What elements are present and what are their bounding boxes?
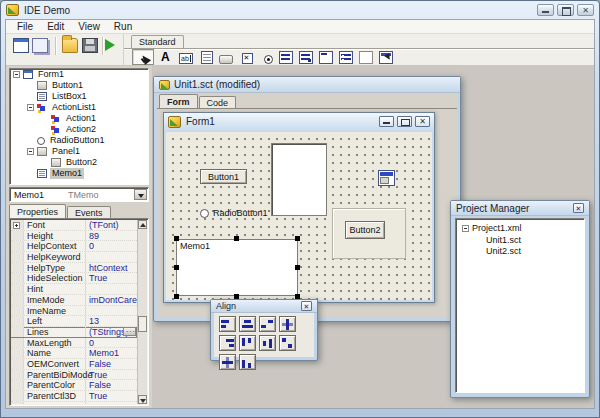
property-value[interactable]: htContext [89,263,128,274]
form-design-surface[interactable]: Button1 RadioButton1 Button2 [166,132,432,300]
property-value[interactable]: False [89,380,111,391]
menu-item[interactable]: Edit [40,20,71,33]
tree-item[interactable]: Button1 [10,80,148,91]
selection-handle[interactable] [174,265,179,270]
align-button[interactable] [239,335,256,351]
property-row[interactable]: Font (TFont) [11,220,137,231]
tree-expander-icon[interactable] [27,104,34,111]
scroll-up-icon[interactable] [138,220,147,229]
align-button[interactable] [239,316,256,332]
align-button[interactable] [219,316,236,332]
property-row[interactable]: Height 89 [11,231,137,242]
property-value[interactable]: 0 [89,241,94,252]
selection-handle[interactable] [295,236,300,241]
palette-tool[interactable] [278,49,294,65]
property-row[interactable]: ParentColor False [11,380,137,391]
inspector-tab[interactable]: Properties [9,204,66,218]
selection-handle[interactable] [174,236,179,241]
tree-item[interactable]: Action1 [10,113,148,124]
project-tree-item[interactable]: Unit1.sct [458,235,584,247]
new-form-icon[interactable] [13,38,29,53]
minimize-button[interactable] [537,4,554,16]
property-row[interactable]: ParentBiDiMode True [11,370,137,381]
inspector-tab[interactable]: Events [67,206,111,218]
combo-dropdown-icon[interactable] [134,189,147,200]
property-value[interactable]: True [89,273,107,284]
scrollbar-thumb[interactable] [138,316,147,332]
unit-tab[interactable]: Form [159,94,198,109]
component-selector-combo[interactable]: Memo1 TMemo [9,187,149,202]
project-tree-item[interactable]: Project1.xml [458,223,584,235]
project-expander-icon[interactable] [462,225,469,232]
project-manager-close-icon[interactable] [573,203,584,213]
property-ellipsis-button[interactable] [123,327,136,336]
property-value[interactable]: True [89,391,107,402]
property-row[interactable]: HelpType htContext [11,263,137,274]
tree-item[interactable]: RadioButton1 [10,135,148,146]
maximize-button[interactable] [557,4,574,16]
property-value[interactable]: True [89,370,107,381]
property-value[interactable]: imDontCare [89,295,137,306]
palette-tool[interactable] [298,49,314,65]
designed-radiobutton1[interactable]: RadioButton1 [200,208,268,218]
tree-item[interactable]: Form1 [10,69,148,80]
scroll-down-icon[interactable] [138,395,147,404]
palette-tool[interactable] [178,49,194,65]
property-row[interactable]: Left 13 [11,316,137,327]
run-icon[interactable] [105,39,115,51]
property-value[interactable]: False [89,359,111,370]
view-forms-icon[interactable] [32,38,48,53]
property-expand-icon[interactable] [13,222,20,229]
property-row[interactable]: Hint [11,284,137,295]
form-minimize-button[interactable] [379,116,394,127]
designed-listbox1[interactable] [271,143,327,216]
align-button[interactable] [239,354,256,370]
property-value[interactable]: Memo1 [89,348,119,359]
menu-item[interactable]: View [71,20,107,33]
menu-item[interactable]: File [10,20,40,33]
palette-tool[interactable] [218,49,234,65]
tree-item[interactable]: ListBox1 [10,91,148,102]
property-row[interactable]: ImeName [11,306,137,317]
property-value[interactable]: 0 [89,338,94,349]
align-button[interactable] [279,335,296,351]
selection-handle[interactable] [295,265,300,270]
align-button[interactable] [219,354,236,370]
palette-tool[interactable] [338,49,354,65]
menu-item[interactable]: Run [107,20,139,33]
unit-window-titlebar[interactable]: Unit1.sct (modified) [154,77,460,93]
align-button[interactable] [259,335,276,351]
property-grid-scrollbar[interactable] [137,220,147,404]
tree-item[interactable]: ActionList1 [10,102,148,113]
palette-tool[interactable] [258,49,274,65]
designed-memo1[interactable]: Memo1 [176,239,298,296]
palette-tool[interactable] [198,49,214,65]
align-button[interactable] [259,316,276,332]
align-titlebar[interactable]: Align [211,300,317,313]
designed-button2[interactable]: Button2 [345,221,385,239]
property-row[interactable]: ParentFont True [11,402,137,404]
palette-tool[interactable] [238,49,254,65]
form-maximize-button[interactable] [397,116,412,127]
tree-item[interactable]: Memo1 [10,168,148,179]
property-row[interactable]: Lines (TStrings) [11,327,137,338]
tree-item[interactable]: Panel1 [10,146,148,157]
selection-handle[interactable] [174,294,179,299]
tree-expander-icon[interactable] [27,148,34,155]
designed-button1[interactable]: Button1 [200,169,247,184]
property-row[interactable]: OEMConvert False [11,359,137,370]
main-titlebar[interactable]: IDE Demo [1,1,599,19]
palette-tool[interactable] [358,49,374,65]
property-value[interactable]: True [89,402,107,404]
align-button[interactable] [219,335,236,351]
property-row[interactable]: Name Memo1 [11,348,137,359]
property-row[interactable]: HelpContext 0 [11,241,137,252]
project-manager-titlebar[interactable]: Project Manager [451,201,589,216]
property-row[interactable]: HideSelection True [11,273,137,284]
open-folder-icon[interactable] [62,38,78,53]
selection-handle[interactable] [234,236,239,241]
tree-expander-icon[interactable] [13,71,20,78]
property-row[interactable]: ParentCtl3D True [11,391,137,402]
save-icon[interactable] [82,38,98,53]
palette-tool[interactable] [132,49,154,65]
